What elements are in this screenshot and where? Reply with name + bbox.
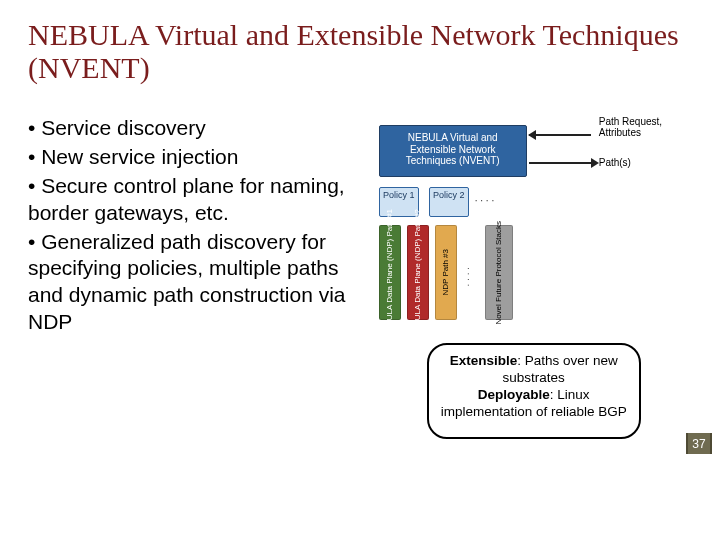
bullet-item: Secure control plane for naming, border … bbox=[28, 174, 345, 224]
extensible-text: : Paths over new substrates bbox=[503, 353, 618, 385]
architecture-diagram: NEBULA Virtual and Extensible Network Te… bbox=[351, 107, 692, 327]
stack-dots: · · · · bbox=[463, 267, 474, 286]
ndp-path-2-bar: NEBULA Data Plane (NDP) Path #2 bbox=[407, 225, 429, 320]
arrow-right-icon bbox=[591, 158, 599, 168]
extensible-label: Extensible bbox=[450, 353, 518, 368]
ndp-path-3-bar: NDP Path #3 bbox=[435, 225, 457, 320]
arrow-out-label: Path(s) bbox=[599, 157, 631, 168]
bullet-item: New service injection bbox=[28, 145, 238, 168]
page-number: 37 bbox=[686, 433, 712, 454]
bullet-list: Service discovery New service injection … bbox=[28, 107, 347, 338]
arrow-out bbox=[529, 157, 601, 171]
slide-title: NEBULA Virtual and Extensible Network Te… bbox=[28, 18, 692, 99]
arrow-line bbox=[529, 162, 591, 164]
arrow-line bbox=[529, 134, 591, 136]
ndp-path-2-label: NEBULA Data Plane (NDP) Path #2 bbox=[414, 209, 422, 337]
bullet-item: Service discovery bbox=[28, 116, 206, 139]
diagram-column: NEBULA Virtual and Extensible Network Te… bbox=[347, 107, 692, 338]
ndp-path-3-label: NDP Path #3 bbox=[442, 249, 450, 296]
arrow-in-label: Path Request, Attributes bbox=[599, 117, 679, 138]
policy-2-box: Policy 2 bbox=[429, 187, 469, 217]
novel-stacks-label: Novel Future Protocol Stacks bbox=[495, 221, 503, 325]
bullet-item: Generalized path discovery for specifyin… bbox=[28, 230, 346, 334]
ndp-path-1-label: NEBULA Data Plane (NDP) Path #1 bbox=[386, 209, 394, 337]
arrow-in bbox=[529, 129, 601, 143]
feature-box: Extensible: Paths over new substrates De… bbox=[427, 343, 641, 439]
content-row: Service discovery New service injection … bbox=[28, 107, 692, 338]
nvent-box: NEBULA Virtual and Extensible Network Te… bbox=[379, 125, 527, 177]
slide: NEBULA Virtual and Extensible Network Te… bbox=[0, 0, 720, 540]
ndp-path-1-bar: NEBULA Data Plane (NDP) Path #1 bbox=[379, 225, 401, 320]
policy-dots: · · · · bbox=[475, 195, 494, 206]
novel-stacks-bar: Novel Future Protocol Stacks bbox=[485, 225, 513, 320]
deployable-label: Deployable bbox=[478, 387, 550, 402]
